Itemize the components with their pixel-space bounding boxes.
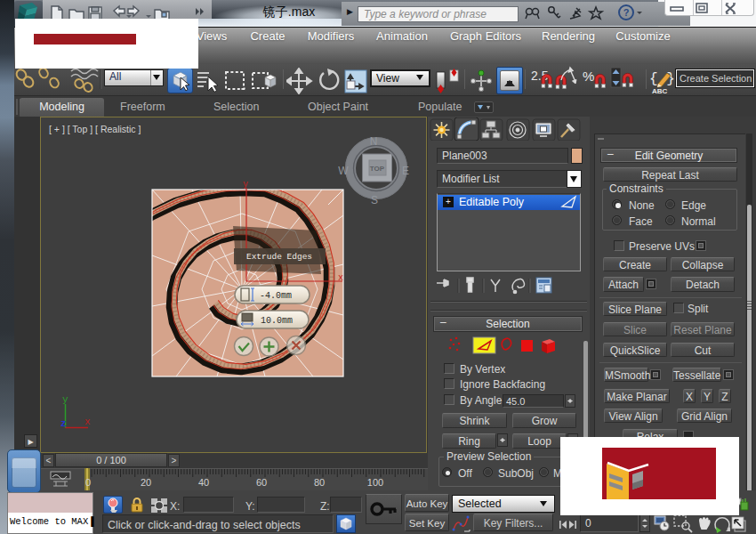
svg-text:TOP: TOP — [370, 165, 385, 173]
svg-text:x: x — [84, 417, 91, 427]
svg-text:0: 0 — [85, 477, 91, 488]
svg-text:x: x — [338, 273, 343, 283]
svg-text:y: y — [243, 180, 248, 190]
svg-text:ABC: ABC — [652, 87, 668, 94]
svg-text:100: 100 — [367, 477, 383, 488]
svg-text:z: z — [60, 418, 67, 429]
svg-text:N: N — [370, 135, 378, 148]
svg-text:?: ? — [623, 7, 630, 18]
svg-text:E: E — [402, 165, 409, 177]
svg-text:10.0mm: 10.0mm — [261, 316, 293, 326]
svg-text:80: 80 — [314, 477, 325, 488]
svg-text:60: 60 — [256, 477, 267, 488]
svg-text:40: 40 — [198, 477, 209, 488]
svg-text:y: y — [62, 394, 68, 405]
svg-text:20: 20 — [141, 477, 151, 488]
svg-text:%: % — [583, 69, 594, 84]
svg-text:W: W — [338, 165, 349, 177]
svg-text:-4.0mm: -4.0mm — [260, 291, 292, 301]
svg-text:S: S — [371, 194, 378, 206]
svg-text:Extrude Edges: Extrude Edges — [246, 252, 312, 262]
